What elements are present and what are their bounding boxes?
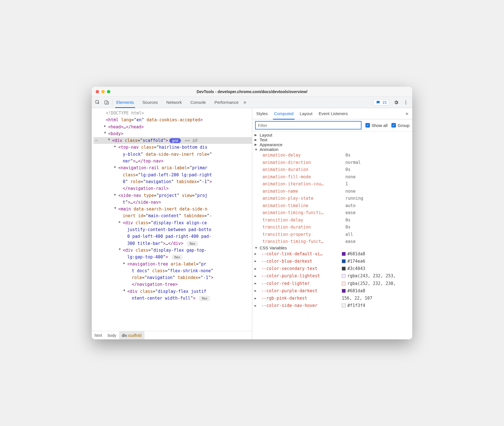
tab-performance[interactable]: Performance [214, 97, 239, 108]
styles-subtabs: StylesComputedLayoutEvent Listeners» [252, 108, 412, 119]
dom-node[interactable]: </navigation-tree> [93, 281, 252, 288]
dom-node[interactable]: ⋯▼<div class="scaffold">grid== $0 [93, 137, 252, 144]
computed-property[interactable]: transition-propertyall [262, 231, 412, 238]
computed-property[interactable]: animation-duration0s [262, 166, 412, 174]
main-tabs: ElementsSourcesNetworkConsolePerformance [112, 97, 244, 108]
dom-node[interactable]: t">…</side-nav> [93, 199, 252, 206]
dom-node[interactable]: ▶<side-nav type="project" view="proj [93, 192, 252, 199]
breadcrumb: htmlbodydiv.scaffold [92, 331, 252, 339]
subtab-event-listeners[interactable]: Event Listeners [319, 108, 348, 119]
tab-console[interactable]: Console [190, 97, 206, 108]
subtab-computed[interactable]: Computed [274, 108, 293, 119]
computed-property[interactable]: transition-duration0s [262, 224, 412, 231]
breadcrumb-item[interactable]: html [92, 331, 105, 339]
breadcrumb-item[interactable]: div.scaffold [119, 331, 144, 339]
kebab-menu-icon[interactable] [403, 100, 408, 105]
computed-property[interactable]: animation-namenone [262, 188, 412, 195]
zoom-window-button[interactable] [107, 90, 110, 93]
computed-property[interactable]: animation-directionnormal [262, 159, 412, 166]
computed-property[interactable]: animation-timing-functi…ease [262, 209, 412, 217]
css-variable[interactable]: ▶--color-red-lighterrgba(252, 232, 230, [255, 280, 412, 287]
breadcrumb-item[interactable]: body [105, 331, 119, 339]
property-group[interactable]: ▶Layout [252, 133, 412, 137]
computed-property[interactable]: transition-delay0s [262, 217, 412, 224]
dom-node[interactable]: y-block" data-side-nav-inert role=" [93, 151, 252, 158]
dom-node[interactable]: inert id="main-content" tabindex="- [93, 212, 252, 219]
window-title: DevTools - developer.chrome.com/docs/dev… [197, 89, 308, 94]
filter-input[interactable] [255, 121, 361, 129]
svg-point-4 [406, 102, 406, 103]
dom-node[interactable]: ▶<div class="display-flex align-ce [93, 219, 252, 226]
svg-point-5 [406, 103, 406, 104]
issues-badge[interactable]: 15 [373, 99, 389, 106]
subtab-styles[interactable]: Styles [256, 108, 268, 119]
device-toolbar-icon[interactable] [104, 100, 109, 105]
css-variable[interactable]: ▶--color-link-default-vi…#681da8 [255, 250, 412, 258]
dom-node[interactable]: ▼<main data-search-inert data-side-n [93, 206, 252, 212]
dom-node[interactable]: ▶<navigation-tree aria-label="pr [93, 261, 252, 267]
tab-network[interactable]: Network [166, 97, 182, 108]
dom-node[interactable]: </navigation-rail> [93, 185, 252, 192]
dom-node[interactable]: ner">…</top-nav> [93, 158, 252, 164]
property-group[interactable]: ▼Animation [252, 147, 412, 152]
computed-properties: ▶Layout▶Text▶Appearance▼Animationanimati… [252, 131, 412, 339]
devtools-window: DevTools - developer.chrome.com/docs/dev… [92, 87, 412, 339]
main-toolbar: ElementsSourcesNetworkConsolePerformance… [92, 97, 412, 108]
dom-node[interactable]: t docs" class="flex-shrink-none" [93, 267, 252, 274]
more-subtabs-icon[interactable]: » [406, 111, 408, 117]
dom-node[interactable]: <!DOCTYPE html> [93, 110, 252, 117]
dom-node[interactable]: justify-content-between pad-botto [93, 226, 252, 233]
dom-node[interactable]: role="navigation" tabindex="-1"> [93, 274, 252, 281]
dom-node[interactable]: ntent-center width-full"> flex [93, 295, 252, 302]
settings-icon[interactable] [394, 100, 399, 105]
filter-row: ✓Show all ✓Group [252, 119, 412, 131]
dom-node[interactable]: ▼<div class="display-flex justif [93, 288, 252, 295]
group-checkbox[interactable]: ✓Group [391, 123, 409, 128]
dom-node[interactable]: 0" role="navigation" tabindex="-1"> [93, 178, 252, 185]
dom-node[interactable]: lg:gap-top-400"> flex [93, 254, 252, 260]
dom-node[interactable]: 300 title-bar">…</div> flex [93, 240, 252, 247]
css-variable[interactable]: ▶--color-secondary-text#3c4043 [255, 265, 412, 272]
computed-property[interactable]: animation-fill-modenone [262, 174, 412, 181]
dom-node[interactable]: ▶<navigation-rail aria-label="primar [93, 164, 252, 171]
css-variable[interactable]: ▶--color-side-nav-hover#f1f3f4 [255, 302, 412, 309]
dom-node[interactable]: 0 pad-left-400 pad-right-400 pad- [93, 233, 252, 240]
computed-property[interactable]: animation-iteration-cou…1 [262, 181, 412, 188]
css-variable[interactable]: ▶--color-blue-darkest#174ea6 [255, 258, 412, 265]
traffic-lights [96, 90, 110, 93]
svg-point-3 [406, 100, 406, 101]
css-variable[interactable]: ▶--color-purple-darkest#681da8 [255, 287, 412, 295]
dom-node[interactable]: <html lang="en" data-cookies-accepted> [93, 117, 252, 123]
css-variable[interactable]: ▶--color-purple-lightestrgba(243, 232, 2… [255, 272, 412, 280]
tab-elements[interactable]: Elements [116, 97, 134, 108]
dom-node[interactable]: ▶<top-nav class="hairline-bottom dis [93, 144, 252, 151]
elements-panel: <!DOCTYPE html><html lang="en" data-cook… [92, 108, 252, 339]
computed-property[interactable]: animation-delay0s [262, 152, 412, 159]
dom-node[interactable]: ▼<div class="display-flex gap-top- [93, 247, 252, 254]
minimize-window-button[interactable] [101, 90, 105, 93]
computed-property[interactable]: animation-play-staterunning [262, 195, 412, 202]
titlebar: DevTools - developer.chrome.com/docs/dev… [92, 87, 412, 97]
styles-panel: StylesComputedLayoutEvent Listeners» ✓Sh… [252, 108, 412, 339]
computed-property[interactable]: transition-timing-funct…ease [262, 238, 412, 245]
dom-node[interactable]: ▼<body> [93, 130, 252, 137]
subtab-layout[interactable]: Layout [300, 108, 312, 119]
svg-rect-2 [107, 102, 109, 104]
computed-property[interactable]: animation-timelineauto [262, 202, 412, 210]
inspect-element-icon[interactable] [95, 100, 100, 105]
tab-sources[interactable]: Sources [143, 97, 158, 108]
issues-count: 15 [382, 100, 387, 105]
dom-node[interactable]: class="lg:pad-left-200 lg:pad-right [93, 172, 252, 178]
property-group[interactable]: ▼CSS Variables [252, 245, 412, 250]
close-window-button[interactable] [96, 90, 99, 93]
dom-tree[interactable]: <!DOCTYPE html><html lang="en" data-cook… [92, 108, 252, 331]
show-all-checkbox[interactable]: ✓Show all [365, 123, 388, 128]
more-tabs-icon[interactable]: » [244, 99, 246, 105]
dom-node[interactable]: ▶<head>…</head> [93, 124, 252, 130]
property-group[interactable]: ▶Appearance [252, 142, 412, 147]
css-variable[interactable]: ▶--rgb-pink-darkest156, 22, 107 [255, 295, 412, 302]
property-group[interactable]: ▶Text [252, 137, 412, 142]
